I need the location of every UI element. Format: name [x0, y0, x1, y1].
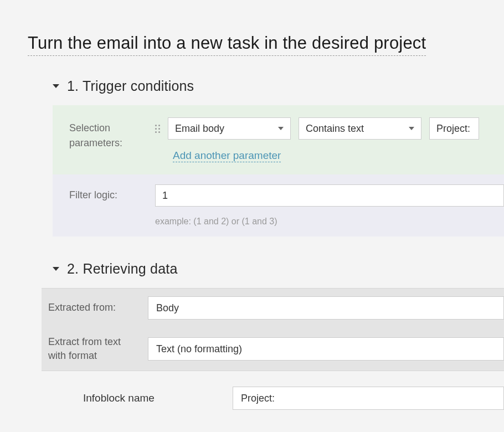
extract-format-select[interactable]: Text (no formatting)	[148, 337, 504, 361]
extracted-from-value: Body	[156, 302, 179, 314]
filter-logic-content: example: (1 and 2) or (1 and 3)	[155, 184, 504, 227]
retrieving-data-panel: Extracted from: Body Extract from text w…	[42, 288, 504, 371]
param-operator-value: Contains text	[306, 123, 364, 135]
param-value-text: Project:	[436, 123, 470, 135]
section-2-title: 2. Retrieving data	[67, 261, 178, 277]
section-retrieving-data: 2. Retrieving data Extracted from: Body …	[53, 261, 504, 410]
param-field-value: Email body	[175, 123, 224, 135]
section-1-body: Selection parameters: Email body Contain…	[53, 105, 504, 236]
selection-parameters-content: Email body Contains text Project: Add an…	[155, 117, 504, 162]
infoblock-name-label: Infoblock name	[83, 392, 222, 404]
infoblock-name-input[interactable]	[233, 387, 504, 410]
selection-parameters-label: Selection parameters:	[69, 117, 144, 151]
drag-handle-icon[interactable]	[155, 125, 160, 133]
selection-parameters-panel: Selection parameters: Email body Contain…	[53, 105, 504, 174]
filter-logic-panel: Filter logic: example: (1 and 2) or (1 a…	[53, 174, 504, 236]
extracted-from-label: Extracted from:	[48, 301, 137, 315]
chevron-down-icon	[53, 267, 59, 271]
filter-logic-hint: example: (1 and 2) or (1 and 3)	[155, 217, 504, 227]
parameter-row: Email body Contains text Project:	[155, 117, 504, 140]
page-title: Turn the email into a new task in the de…	[28, 33, 426, 56]
chevron-down-icon	[53, 84, 59, 88]
param-value-input[interactable]: Project:	[429, 117, 479, 140]
chevron-down-icon	[278, 127, 284, 130]
extracted-from-select[interactable]: Body	[148, 296, 504, 320]
section-trigger-conditions: 1. Trigger conditions Selection paramete…	[53, 78, 504, 236]
section-1-header[interactable]: 1. Trigger conditions	[53, 78, 504, 94]
extract-format-label: Extract from text with format	[48, 335, 137, 363]
extract-format-value: Text (no formatting)	[156, 343, 242, 355]
extracted-from-row: Extracted from: Body	[42, 289, 504, 327]
section-2-header[interactable]: 2. Retrieving data	[53, 261, 504, 277]
extract-format-row: Extract from text with format Text (no f…	[42, 327, 504, 371]
infoblock-row: Infoblock name	[53, 371, 504, 410]
chevron-down-icon	[409, 127, 414, 130]
filter-logic-input[interactable]	[155, 184, 504, 207]
param-operator-select[interactable]: Contains text	[299, 117, 421, 140]
filter-logic-label: Filter logic:	[69, 184, 144, 203]
add-parameter-link[interactable]: Add another parameter	[173, 150, 281, 162]
section-1-title: 1. Trigger conditions	[67, 78, 194, 94]
param-field-select[interactable]: Email body	[168, 117, 291, 140]
